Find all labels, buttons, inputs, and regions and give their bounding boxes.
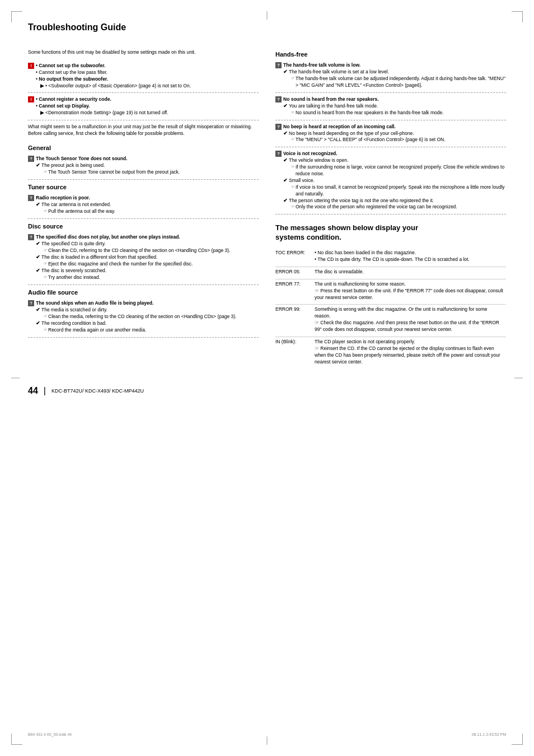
msg-code-e99: ERROR 99: [275,305,315,337]
ref-text-hf4a: If the surrounding noise is large, voice… [296,164,506,178]
section-title-general: General [28,144,259,152]
grey-q-icon6: ? [275,96,282,102]
ref-icon-hf4a: ☞ [291,164,294,170]
problem-content-touch: ✔ The preout jack is being used. ☞ The T… [28,162,259,176]
problem-heading-text: • Cannot set up the subwoofer. [36,63,105,69]
check-text-radio: The car antenna is not extended. [41,202,111,208]
checkmark-hf1: ✔ [283,69,288,76]
ref-item-hf4a: ☞ If the surrounding noise is large, voi… [283,164,506,178]
check-text-disc3: The disc is severely scratched. [41,268,106,274]
check-text-audio1: The media is scratched or dirty. [41,307,107,314]
msg-text-e77: The unit is malfunctioning for some reas… [315,279,506,305]
ref-icon2: ☞ [44,208,47,214]
grey-q-icon: ? [28,156,34,162]
checkmark-hf4c: ✔ [283,198,288,204]
check-item-disc3: ✔ The disc is severely scratched. [36,268,259,274]
ref-item: ▶ • <Subwoofer output> of <Basic Operati… [36,83,259,90]
ref-text-audio1: Clean the media, referring to the CD cle… [48,314,236,320]
divider-hf3 [275,147,506,147]
divider5 [28,284,259,285]
ref-icon-hf1: ☞ [291,76,294,81]
ref-icon: ☞ [44,169,47,175]
corner-mark-bl [11,734,22,745]
divider-hf4 [275,214,506,214]
divider [28,92,259,93]
corner-mark-tr [512,11,523,22]
msg-code-in: IN (Blink): [275,337,315,369]
check-item-hf2: ✔ You are talking in the hand-free talk … [283,103,506,110]
ref-item-hf1: ☞ The hands-free talk volume can be adju… [283,76,506,89]
check-text-hf3: No beep is heard depending on the type o… [289,130,414,137]
ref-icon4: ☞ [44,261,47,267]
table-row-e05: ERROR 05: The disc is unreadable. [275,267,506,279]
ref-item-hf4b: ☞ If voice is too small, it cannot be re… [283,184,506,198]
checkmark-hf3: ✔ [283,130,288,137]
check-text-hf1: The hands-free talk volume is set at a l… [289,69,389,76]
ref-icon7: ☞ [44,327,47,333]
section-title-handsfree: Hands-free [275,50,506,59]
crosshair-top [267,11,268,20]
table-row-in: IN (Blink): The CD player section is not… [275,337,506,369]
section-title-disc: Disc source [28,222,259,231]
check-text-disc2: The disc is loaded in a different slot f… [41,254,157,261]
problem-content-subwoofer: • Cannot set up the low pass filter. • N… [28,69,259,90]
ref-icon3: ☞ [44,248,47,253]
table-row-toc: TOC ERROR: • No disc has been loaded in … [275,248,506,267]
problem-block-subwoofer: ! • Cannot set up the subwoofer. • Canno… [28,63,259,90]
problem-block-hf2: ? No sound is heard from the rear speake… [275,96,506,116]
problem-heading-disc: ? The specified disc does not play, but … [28,234,259,241]
checkmark-icon6: ✔ [36,307,40,314]
corner-mark-br [512,734,523,745]
problem-block-disc: ? The specified disc does not play, but … [28,234,259,281]
problem-content-hf4: ✔ The vehicle window is open. ☞ If the s… [275,157,506,211]
checkmark-icon2: ✔ [36,202,40,208]
table-row-e77: ERROR 77: The unit is malfunctioning for… [275,279,506,305]
check-text: The preout jack is being used. [41,162,105,169]
problem-content-security: • Cannot set up Display. ▶ <Demonstratio… [28,103,259,116]
problem-heading-hf3: ? No beep is heard at reception of an in… [275,124,506,130]
problem-block-radio: ? Radio reception is poor. ✔ The car ant… [28,195,259,215]
grey-q-icon2: ? [28,195,34,201]
msg-text-in: The CD player section is not operating p… [315,337,506,369]
ref-item-hf4c: ☞ Only the voice of the person who regis… [283,204,506,211]
ref-icon-hf3: ☞ [291,137,294,142]
red-exclaim-icon2: ! [28,96,34,102]
problem-heading-hf2-text: No sound is heard from the rear speakers… [283,96,379,103]
right-column: Hands-free ? The hands-free talk volume … [275,49,506,369]
problem-content-hf1: ✔ The hands-free talk volume is set at a… [275,69,506,89]
problem-heading-hf4-text: Voice is not recognized. [283,151,338,157]
section-title-tuner: Tuner source [28,183,259,192]
ref-item-disc1: ☞ Clean the CD, referring to the CD clea… [36,248,259,254]
grey-q-icon4: ? [28,300,34,306]
ref-icon-hf4b: ☞ [291,184,294,190]
check-item-disc2: ✔ The disc is loaded in a different slot… [36,254,259,261]
problem-block-audio: ? The sound skips when an Audio file is … [28,300,259,333]
ref-item-hf2: ☞ No sound is heard from the rear speake… [283,110,506,116]
page: Troubleshooting Guide Some functions of … [0,0,534,756]
main-content: Some functions of this unit may be disab… [28,49,506,369]
ref-item-hf3: ☞ The "MENU" > "CALL BEEP" of <Function … [283,137,506,143]
check-item-hf4a: ✔ The vehicle window is open. [283,157,506,164]
ref-text-hf1: The hands-free talk volume can be adjust… [296,76,506,89]
problem-block-hf4: ? Voice is not recognized. ✔ The vehicle… [275,151,506,211]
grey-q-icon7: ? [275,124,282,130]
grey-q-icon5: ? [275,62,282,68]
msg-text-toc: • No disc has been loaded in the disc ma… [315,248,506,267]
footer-file-info: B64 431 4 00_00.indb 44 [28,732,72,736]
problem-heading-audio-text: The sound skips when an Audio file is be… [36,300,153,307]
problem-block-security: ! • Cannot register a security code. • C… [28,96,259,116]
ref-text: • <Subwoofer output> of <Basic Operation… [45,83,191,90]
problem-heading-radio: ? Radio reception is poor. [28,195,259,202]
ref-text-radio: Pull the antenna out all the way. [48,208,115,215]
ref-text-disc2: Eject the disc magazine and check the nu… [48,261,193,268]
checkmark-icon: ✔ [36,162,40,169]
messages-section: The messages shown below display yoursys… [275,223,506,368]
ref-text-disc3: Try another disc instead. [48,274,100,281]
ref-item-audio2: ☞ Record the media again or use another … [36,327,259,334]
problem-block-touch: ? The Touch Sensor Tone does not sound. … [28,156,259,176]
footer-separator: | [44,386,46,396]
ref-item-radio: ☞ Pull the antenna out all the way. [36,208,259,215]
ref-text-hf3: The "MENU" > "CALL BEEP" of <Function Co… [296,137,446,143]
arrow-icon: ▶ [40,83,44,90]
ref-text-hf4c: Only the voice of the person who registe… [296,204,457,211]
